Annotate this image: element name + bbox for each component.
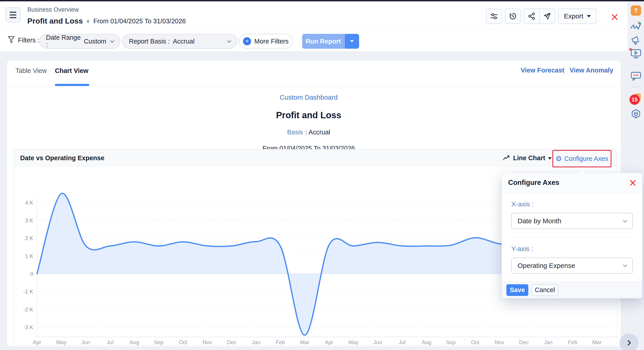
chevron-down-icon <box>623 218 627 222</box>
collapse-panel-button[interactable] <box>620 333 638 350</box>
svg-text:3 K: 3 K <box>25 217 33 223</box>
configure-axes-label: Configure Axes <box>564 155 608 162</box>
report-basis-filter[interactable]: Report Basis : Accrual <box>122 34 238 49</box>
popup-title: Configure Axes <box>508 173 559 192</box>
export-button[interactable]: Export <box>558 9 597 24</box>
chevron-down-icon <box>227 39 231 43</box>
export-caret-icon <box>587 15 591 18</box>
report-header: Business Overview Profit and Loss From 0… <box>0 1 628 29</box>
view-forecast-link[interactable]: View Forecast <box>521 67 564 74</box>
svg-text:Mar: Mar <box>300 339 309 345</box>
zia-assistant-button[interactable] <box>630 21 642 32</box>
hexagon-plug-icon <box>630 109 641 119</box>
svg-text:Nov: Nov <box>203 339 212 345</box>
svg-text:Apr: Apr <box>33 339 41 345</box>
view-anomaly-link[interactable]: View Anomaly <box>570 67 613 74</box>
plus-icon: + <box>243 37 251 45</box>
caret-down-icon <box>350 40 354 42</box>
y-axis-select[interactable]: Operating Expense <box>511 258 633 274</box>
run-report-button[interactable]: Run Report <box>302 34 344 49</box>
window-top-edge <box>0 0 644 1</box>
filters-label: Filters : <box>18 29 39 51</box>
report-title: Profit and Loss <box>7 110 610 120</box>
notification-badge: 15 <box>630 95 640 105</box>
svg-text:Oct: Oct <box>179 339 188 345</box>
svg-text:1 K: 1 K <box>25 253 33 259</box>
date-range-filter[interactable]: Date Range : Custom <box>39 34 120 49</box>
report-basis-value: Accrual <box>173 38 194 45</box>
save-button[interactable]: Save <box>506 284 528 296</box>
x-axis-value: Date by Month <box>518 217 561 225</box>
svg-text:Oct: Oct <box>471 339 480 345</box>
date-range-label: Date Range : <box>46 34 81 49</box>
popup-divider <box>511 237 633 237</box>
hamburger-menu-button[interactable] <box>6 7 20 23</box>
share-icon <box>528 12 536 20</box>
tab-table-view[interactable]: Table View <box>16 67 47 75</box>
svg-text:-1 K: -1 K <box>23 288 33 294</box>
chart-title: Date vs Operating Expense <box>20 149 104 166</box>
date-range-value: Custom <box>84 38 106 45</box>
svg-text:Dec: Dec <box>519 339 529 345</box>
announcements-button[interactable] <box>631 36 641 46</box>
rail-divider-dots <box>632 65 640 66</box>
close-icon <box>630 179 636 186</box>
y-axis-label: Y-axis : <box>511 245 633 253</box>
monitor-play-icon <box>630 49 641 59</box>
x-axis-select[interactable]: Date by Month <box>511 213 633 229</box>
chevron-right-icon <box>625 339 633 347</box>
svg-text:-3 K: -3 K <box>23 324 33 330</box>
feedback-chat-button[interactable] <box>630 71 641 82</box>
run-report-dropdown-button[interactable] <box>344 34 359 49</box>
help-button[interactable]: ? <box>631 6 641 16</box>
report-basis-label: Report Basis : <box>129 38 170 45</box>
share-button[interactable] <box>524 9 539 23</box>
megaphone-icon <box>631 36 641 45</box>
configure-axes-button[interactable]: ⚙ Configure Axes <box>552 150 612 167</box>
popup-close-button[interactable] <box>628 178 637 187</box>
svg-text:Jan: Jan <box>252 339 260 345</box>
svg-text:4 K: 4 K <box>25 200 33 206</box>
zia-icon <box>630 21 642 31</box>
more-filters-label: More Filters <box>254 38 288 45</box>
tab-chart-view[interactable]: Chart View <box>55 67 88 75</box>
view-tabs-row: Table View Chart View View Forecast View… <box>7 60 621 86</box>
svg-text:Jun: Jun <box>81 339 90 345</box>
svg-text:Dec: Dec <box>227 339 236 345</box>
video-tutorials-button[interactable] <box>630 49 641 60</box>
svg-text:Jun: Jun <box>374 339 382 345</box>
custom-dashboard-link[interactable]: Custom Dashboard <box>7 94 610 101</box>
notifications-button[interactable]: 15 <box>630 93 642 105</box>
breadcrumb: Business Overview <box>27 6 79 13</box>
gear-icon: ⚙ <box>556 155 562 162</box>
svg-text:Jan: Jan <box>544 339 552 345</box>
caret-down-icon <box>548 157 552 160</box>
svg-text:Nov: Nov <box>495 339 504 345</box>
send-button[interactable] <box>539 9 554 23</box>
svg-text:Feb: Feb <box>276 339 285 345</box>
integrations-button[interactable] <box>630 109 641 120</box>
popup-header: Configure Axes <box>502 173 642 192</box>
title-row: Profit and Loss From 01/04/2025 To 31/03… <box>27 17 186 25</box>
configure-axes-popup: Configure Axes X-axis : Date by Month Y-… <box>502 173 642 298</box>
cancel-button[interactable]: Cancel <box>532 284 558 296</box>
refresh-button[interactable] <box>505 9 521 24</box>
svg-text:May: May <box>56 339 66 345</box>
basis-value: : Accrual <box>305 129 330 136</box>
close-report-button[interactable] <box>608 10 621 24</box>
customize-report-button[interactable] <box>486 9 502 24</box>
report-basis-line: Basis: Accrual <box>7 129 610 136</box>
close-icon <box>611 14 618 21</box>
svg-text:Jul: Jul <box>106 339 114 345</box>
popup-body: X-axis : Date by Month Y-axis : Operatin… <box>502 192 642 274</box>
svg-text:Sep: Sep <box>154 339 164 345</box>
chart-type-dropdown[interactable]: Line Chart <box>503 149 552 166</box>
chat-bubble-icon <box>630 71 641 81</box>
line-chart-icon <box>503 155 510 161</box>
link-divider <box>564 66 565 75</box>
more-filters-button[interactable]: + More Filters <box>239 34 293 49</box>
page-period: From 01/04/2025 To 31/03/2026 <box>93 18 186 25</box>
sliders-icon <box>490 12 498 21</box>
x-axis-label: X-axis : <box>511 200 633 208</box>
chart-panel-header: Date vs Operating Expense Line Chart ⚙ C… <box>14 149 617 166</box>
